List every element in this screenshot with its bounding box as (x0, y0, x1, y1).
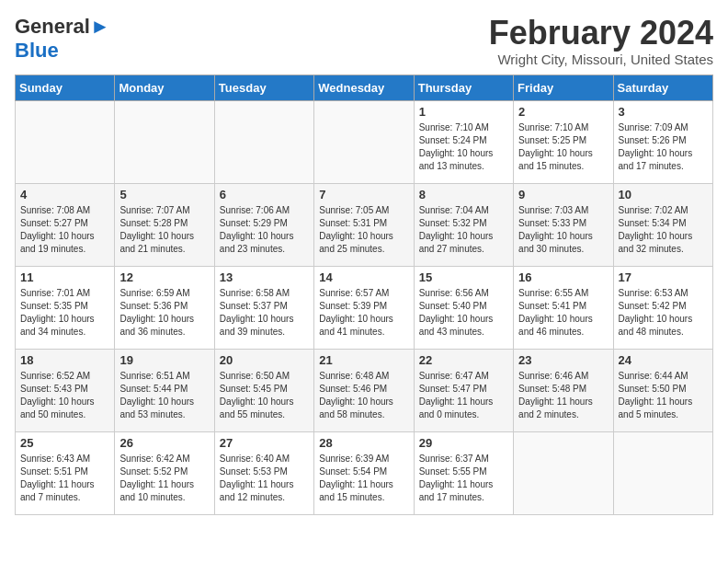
calendar-cell: 11Sunrise: 7:01 AM Sunset: 5:35 PM Dayli… (16, 266, 115, 349)
day-number: 10 (619, 188, 708, 201)
day-info: Sunrise: 6:37 AM Sunset: 5:55 PM Dayligh… (419, 453, 508, 504)
day-number: 28 (319, 436, 408, 450)
calendar-cell: 8Sunrise: 7:04 AM Sunset: 5:32 PM Daylig… (414, 183, 513, 266)
day-info: Sunrise: 6:51 AM Sunset: 5:44 PM Dayligh… (119, 370, 209, 421)
calendar-cell: 20Sunrise: 6:50 AM Sunset: 5:45 PM Dayli… (214, 349, 313, 431)
day-number: 15 (419, 270, 508, 284)
day-header-row: SundayMondayTuesdayWednesdayThursdayFrid… (16, 75, 713, 100)
day-info: Sunrise: 6:40 AM Sunset: 5:53 PM Dayligh… (220, 453, 309, 504)
calendar-title: February 2024 (489, 15, 713, 52)
day-info: Sunrise: 7:09 AM Sunset: 5:26 PM Dayligh… (619, 121, 708, 173)
calendar-cell: 25Sunrise: 6:43 AM Sunset: 5:51 PM Dayli… (16, 431, 115, 514)
day-number: 20 (220, 353, 309, 367)
day-number: 22 (419, 353, 508, 367)
calendar-cell: 26Sunrise: 6:42 AM Sunset: 5:52 PM Dayli… (115, 431, 214, 514)
col-header-tuesday: Tuesday (214, 75, 313, 100)
calendar-cell: 13Sunrise: 6:58 AM Sunset: 5:37 PM Dayli… (214, 266, 313, 349)
calendar-cell (314, 100, 414, 183)
day-number: 24 (619, 353, 708, 367)
day-number: 25 (20, 436, 109, 450)
day-info: Sunrise: 6:48 AM Sunset: 5:46 PM Dayligh… (319, 370, 408, 421)
calendar-week-1: 4Sunrise: 7:08 AM Sunset: 5:27 PM Daylig… (16, 183, 713, 266)
calendar-table: SundayMondayTuesdayWednesdayThursdayFrid… (15, 75, 713, 515)
calendar-cell: 28Sunrise: 6:39 AM Sunset: 5:54 PM Dayli… (314, 431, 414, 514)
calendar-cell: 2Sunrise: 7:10 AM Sunset: 5:25 PM Daylig… (514, 100, 613, 183)
calendar-week-2: 11Sunrise: 7:01 AM Sunset: 5:35 PM Dayli… (16, 266, 713, 349)
day-info: Sunrise: 6:55 AM Sunset: 5:41 PM Dayligh… (518, 287, 608, 339)
calendar-week-4: 25Sunrise: 6:43 AM Sunset: 5:51 PM Dayli… (16, 431, 713, 514)
day-info: Sunrise: 7:07 AM Sunset: 5:28 PM Dayligh… (119, 204, 209, 256)
day-number: 12 (119, 270, 209, 284)
calendar-cell: 19Sunrise: 6:51 AM Sunset: 5:44 PM Dayli… (115, 349, 214, 431)
title-area: February 2024 Wright City, Missouri, Uni… (489, 15, 713, 67)
day-number: 2 (518, 105, 608, 119)
day-number: 14 (319, 270, 408, 284)
day-number: 11 (20, 270, 109, 284)
calendar-cell: 3Sunrise: 7:09 AM Sunset: 5:26 PM Daylig… (613, 100, 712, 183)
calendar-cell: 14Sunrise: 6:57 AM Sunset: 5:39 PM Dayli… (314, 266, 414, 349)
day-number: 1 (419, 105, 508, 119)
day-info: Sunrise: 6:46 AM Sunset: 5:48 PM Dayligh… (518, 370, 608, 421)
day-info: Sunrise: 6:53 AM Sunset: 5:42 PM Dayligh… (619, 287, 708, 339)
day-info: Sunrise: 6:43 AM Sunset: 5:51 PM Dayligh… (20, 453, 109, 504)
calendar-cell (514, 431, 613, 514)
day-number: 8 (419, 188, 508, 201)
day-number: 17 (619, 270, 708, 284)
calendar-cell: 5Sunrise: 7:07 AM Sunset: 5:28 PM Daylig… (115, 183, 214, 266)
calendar-cell: 1Sunrise: 7:10 AM Sunset: 5:24 PM Daylig… (414, 100, 513, 183)
calendar-cell: 23Sunrise: 6:46 AM Sunset: 5:48 PM Dayli… (514, 349, 613, 431)
day-info: Sunrise: 7:08 AM Sunset: 5:27 PM Dayligh… (20, 204, 109, 256)
day-number: 21 (319, 353, 408, 367)
day-info: Sunrise: 6:59 AM Sunset: 5:36 PM Dayligh… (119, 287, 209, 339)
header: General► Blue February 2024 Wright City,… (15, 15, 713, 67)
calendar-week-3: 18Sunrise: 6:52 AM Sunset: 5:43 PM Dayli… (16, 349, 713, 431)
calendar-cell: 12Sunrise: 6:59 AM Sunset: 5:36 PM Dayli… (115, 266, 214, 349)
calendar-cell: 29Sunrise: 6:37 AM Sunset: 5:55 PM Dayli… (414, 431, 513, 514)
calendar-cell: 16Sunrise: 6:55 AM Sunset: 5:41 PM Dayli… (514, 266, 613, 349)
calendar-cell: 22Sunrise: 6:47 AM Sunset: 5:47 PM Dayli… (414, 349, 513, 431)
day-info: Sunrise: 6:52 AM Sunset: 5:43 PM Dayligh… (20, 370, 109, 421)
day-number: 26 (119, 436, 209, 450)
calendar-cell (115, 100, 214, 183)
day-info: Sunrise: 6:39 AM Sunset: 5:54 PM Dayligh… (319, 453, 408, 504)
day-info: Sunrise: 7:06 AM Sunset: 5:29 PM Dayligh… (220, 204, 309, 256)
day-number: 6 (220, 188, 309, 201)
day-number: 9 (518, 188, 608, 201)
day-info: Sunrise: 7:05 AM Sunset: 5:31 PM Dayligh… (319, 204, 408, 256)
day-info: Sunrise: 6:44 AM Sunset: 5:50 PM Dayligh… (619, 370, 708, 421)
calendar-cell (613, 431, 712, 514)
calendar-cell: 4Sunrise: 7:08 AM Sunset: 5:27 PM Daylig… (16, 183, 115, 266)
day-info: Sunrise: 7:02 AM Sunset: 5:34 PM Dayligh… (619, 204, 708, 256)
calendar-cell: 21Sunrise: 6:48 AM Sunset: 5:46 PM Dayli… (314, 349, 414, 431)
day-number: 23 (518, 353, 608, 367)
logo-subtext: Blue (15, 39, 59, 62)
calendar-cell: 17Sunrise: 6:53 AM Sunset: 5:42 PM Dayli… (613, 266, 712, 349)
col-header-wednesday: Wednesday (314, 75, 414, 100)
calendar-week-0: 1Sunrise: 7:10 AM Sunset: 5:24 PM Daylig… (16, 100, 713, 183)
day-number: 4 (20, 188, 109, 201)
col-header-sunday: Sunday (16, 75, 115, 100)
logo-text: General► (15, 15, 110, 39)
day-info: Sunrise: 7:04 AM Sunset: 5:32 PM Dayligh… (419, 204, 508, 256)
day-number: 3 (619, 105, 708, 119)
day-number: 7 (319, 188, 408, 201)
day-number: 16 (518, 270, 608, 284)
day-info: Sunrise: 7:03 AM Sunset: 5:33 PM Dayligh… (518, 204, 608, 256)
day-info: Sunrise: 6:42 AM Sunset: 5:52 PM Dayligh… (119, 453, 209, 504)
calendar-cell (16, 100, 115, 183)
logo: General► Blue (15, 15, 110, 63)
day-info: Sunrise: 7:10 AM Sunset: 5:24 PM Dayligh… (419, 121, 508, 173)
calendar-body: 1Sunrise: 7:10 AM Sunset: 5:24 PM Daylig… (16, 100, 713, 514)
calendar-cell: 15Sunrise: 6:56 AM Sunset: 5:40 PM Dayli… (414, 266, 513, 349)
day-info: Sunrise: 6:57 AM Sunset: 5:39 PM Dayligh… (319, 287, 408, 339)
col-header-saturday: Saturday (613, 75, 712, 100)
calendar-subtitle: Wright City, Missouri, United States (489, 52, 713, 67)
calendar-header: SundayMondayTuesdayWednesdayThursdayFrid… (16, 75, 713, 100)
col-header-friday: Friday (514, 75, 613, 100)
col-header-thursday: Thursday (414, 75, 513, 100)
day-number: 13 (220, 270, 309, 284)
day-info: Sunrise: 6:47 AM Sunset: 5:47 PM Dayligh… (419, 370, 508, 421)
day-number: 18 (20, 353, 109, 367)
col-header-monday: Monday (115, 75, 214, 100)
calendar-cell: 6Sunrise: 7:06 AM Sunset: 5:29 PM Daylig… (214, 183, 313, 266)
